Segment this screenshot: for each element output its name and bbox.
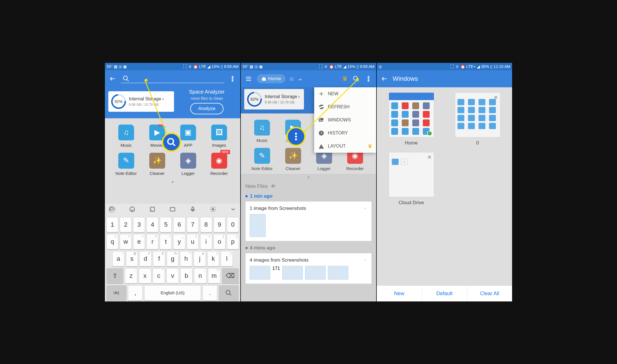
key-n[interactable]: n,: [194, 268, 206, 284]
key-s[interactable]: s@: [126, 251, 138, 266]
new-file-card-1[interactable]: 1 image from Screenshots →: [245, 201, 372, 241]
back-button[interactable]: [108, 75, 117, 83]
screenshot-thumbnail[interactable]: [282, 266, 303, 280]
key-3[interactable]: 3: [133, 217, 145, 232]
home-chip[interactable]: Home: [257, 74, 285, 83]
menu-refresh[interactable]: REFRESH: [314, 100, 376, 113]
close-icon[interactable]: ✕: [427, 154, 432, 160]
expand-icon[interactable]: [230, 206, 236, 214]
app-note-editor[interactable]: ✎Note Editor: [111, 153, 142, 176]
new-files-header: New Files: [245, 183, 268, 189]
key-h[interactable]: h^: [180, 251, 192, 266]
key-f[interactable]: f$: [153, 251, 165, 266]
close-icon[interactable]: ✕: [494, 94, 498, 101]
key-d[interactable]: d#: [139, 251, 152, 266]
key-c[interactable]: c": [153, 268, 165, 284]
analyze-button[interactable]: Analyze: [190, 103, 223, 114]
mic-icon[interactable]: [190, 206, 196, 214]
overflow-menu-button[interactable]: [364, 75, 373, 83]
key-comma[interactable]: ,: [128, 285, 143, 301]
key-y[interactable]: y_: [173, 234, 185, 249]
key-1[interactable]: 1: [106, 217, 118, 232]
key-2[interactable]: 2: [120, 217, 132, 232]
key-symbols[interactable]: !#1: [106, 285, 127, 301]
svg-point-2: [232, 78, 233, 79]
text-input-mode-icon[interactable]: [109, 206, 115, 214]
eye-icon[interactable]: 👁: [271, 183, 276, 189]
key-7[interactable]: 7: [187, 217, 199, 232]
window-zero[interactable]: ✕ 0: [447, 92, 508, 146]
key-period[interactable]: .: [202, 285, 217, 301]
key-g[interactable]: g%: [167, 251, 179, 266]
app-logger[interactable]: ◈Logger: [173, 153, 204, 176]
add-folder-icon[interactable]: +: [401, 159, 408, 165]
key-4[interactable]: 4: [146, 217, 158, 232]
key-m[interactable]: m?: [208, 268, 220, 284]
key-z[interactable]: z-: [125, 268, 137, 284]
key-l[interactable]: l): [221, 251, 233, 266]
key-o[interactable]: o[: [214, 234, 225, 249]
key-search-enter[interactable]: [219, 285, 239, 301]
key-b[interactable]: b;: [180, 268, 193, 284]
app-music[interactable]: ♫Music: [247, 120, 278, 143]
file-card-title: 4 images from Screenshots: [250, 257, 367, 263]
chevron-down-icon[interactable]: ▾: [241, 174, 376, 181]
overflow-menu-button[interactable]: [228, 75, 237, 83]
screenshot-thumbnail[interactable]: [250, 214, 266, 237]
highlight-search-icon: [162, 133, 181, 152]
gif-icon[interactable]: [169, 206, 176, 214]
emoji-icon[interactable]: [129, 206, 135, 214]
key-5[interactable]: 5: [160, 217, 172, 232]
crown-icon[interactable]: ♛: [342, 75, 348, 82]
app-cleaner[interactable]: ✨Cleaner: [142, 153, 173, 176]
sticker-icon[interactable]: [149, 206, 156, 214]
key-r[interactable]: r=: [146, 234, 158, 249]
key-e[interactable]: e÷: [133, 234, 145, 249]
key-u[interactable]: u<: [187, 234, 199, 249]
key-0[interactable]: 0: [227, 217, 239, 232]
key-space[interactable]: English (US): [144, 285, 201, 301]
key-shift[interactable]: ⇧: [106, 268, 123, 284]
internal-storage-card[interactable]: 92% Internal Storage› 9.98 GB / 10.79 GB: [108, 91, 174, 112]
key-w[interactable]: w×: [120, 234, 132, 249]
app-note-editor[interactable]: ✎Note Editor: [247, 148, 278, 171]
key-9[interactable]: 9: [214, 217, 225, 232]
window-cloud-drive[interactable]: ✕ + Cloud Drive: [381, 152, 442, 206]
key-x[interactable]: x': [139, 268, 151, 284]
new-file-card-2[interactable]: 4 images from Screenshots → 171: [245, 253, 372, 284]
key-8[interactable]: 8: [200, 217, 212, 232]
menu-layout[interactable]: LAYOUT♛: [314, 140, 376, 153]
svg-point-10: [226, 290, 230, 294]
key-v[interactable]: v:: [166, 268, 179, 284]
chevron-down-icon[interactable]: ▾: [105, 179, 240, 185]
key-t[interactable]: t/: [160, 234, 172, 249]
window-home[interactable]: ✓ Home: [381, 92, 442, 146]
app-recorder[interactable]: ◉NEWRecorder: [204, 153, 235, 176]
hamburger-menu-button[interactable]: [244, 75, 253, 83]
app-cleaner[interactable]: ✨Cleaner: [278, 148, 308, 171]
clear-all-button[interactable]: Clear All: [467, 286, 512, 301]
menu-windows[interactable]: WINDOWS: [314, 113, 376, 127]
key-6[interactable]: 6: [173, 217, 185, 232]
menu-history[interactable]: HISTORY: [314, 127, 376, 140]
settings-icon[interactable]: [210, 206, 216, 214]
app-music[interactable]: ♫Music: [111, 125, 142, 148]
key-k[interactable]: k(: [207, 251, 220, 266]
temperature: 55°: [243, 64, 249, 69]
key-j[interactable]: j&: [194, 251, 206, 266]
svg-rect-6: [150, 207, 155, 211]
key-backspace[interactable]: ⌫: [222, 268, 239, 284]
back-button[interactable]: [380, 75, 389, 83]
key-q[interactable]: q+: [106, 234, 118, 249]
app-images[interactable]: 🖼Images: [204, 125, 235, 148]
screenshot-thumbnail[interactable]: [328, 266, 348, 280]
default-button[interactable]: Default: [422, 286, 467, 301]
key-i[interactable]: i>: [200, 234, 212, 249]
menu-new[interactable]: NEW: [314, 87, 376, 100]
key-p[interactable]: p]: [227, 234, 239, 249]
screenshot-thumbnail[interactable]: [305, 266, 326, 280]
new-button[interactable]: New: [377, 286, 422, 301]
search-icon[interactable]: [121, 75, 224, 83]
key-a[interactable]: a!: [112, 251, 125, 266]
screenshot-thumbnail[interactable]: [250, 266, 270, 280]
